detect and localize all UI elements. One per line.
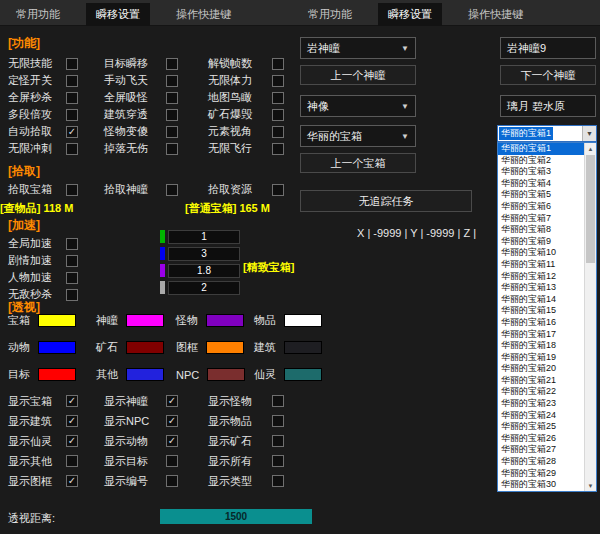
chest-type-combo[interactable]: 华丽的宝箱 ▼ [300, 125, 416, 147]
esp-color-swatch[interactable] [284, 341, 322, 354]
speed-value-input[interactable] [168, 230, 240, 244]
esp-color-swatch[interactable] [38, 314, 76, 327]
esp-color-swatch[interactable] [38, 368, 76, 381]
speed-value-input[interactable] [168, 264, 240, 278]
dropdown-option[interactable]: 华丽的宝箱4 [498, 178, 584, 190]
checkbox[interactable] [166, 455, 178, 467]
prev-chest-button[interactable]: 上一个宝箱 [300, 153, 416, 173]
esp-color-swatch[interactable] [284, 368, 322, 381]
dropdown-option[interactable]: 华丽的宝箱13 [498, 282, 584, 294]
esp-color-swatch[interactable] [38, 341, 76, 354]
checkbox[interactable] [272, 143, 284, 155]
dropdown-option[interactable]: 华丽的宝箱25 [498, 421, 584, 433]
checkbox[interactable] [272, 395, 284, 407]
dropdown-option[interactable]: 华丽的宝箱9 [498, 236, 584, 248]
dropdown-option[interactable]: 华丽的宝箱8 [498, 224, 584, 236]
checkbox[interactable] [272, 475, 284, 487]
checkbox[interactable] [166, 109, 178, 121]
esp-color-swatch[interactable] [206, 314, 244, 327]
checkbox[interactable] [166, 184, 178, 196]
checkbox[interactable] [66, 92, 78, 104]
tab[interactable]: 瞬移设置 [378, 3, 442, 26]
checkbox[interactable] [66, 184, 78, 196]
checkbox[interactable] [166, 126, 178, 138]
speed-value-input[interactable] [168, 247, 240, 261]
checkbox[interactable]: ✓ [166, 435, 178, 447]
dropdown-option[interactable]: 华丽的宝箱27 [498, 444, 584, 456]
checkbox[interactable] [66, 109, 78, 121]
dropdown-option[interactable]: 华丽的宝箱2 [498, 155, 584, 167]
checkbox[interactable] [272, 184, 284, 196]
tab[interactable]: 瞬移设置 [86, 3, 150, 26]
dropdown-option[interactable]: 华丽的宝箱23 [498, 398, 584, 410]
next-oculus-button[interactable]: 下一个神瞳 [500, 65, 596, 85]
dropdown-option[interactable]: 华丽的宝箱26 [498, 433, 584, 445]
esp-color-swatch[interactable] [126, 368, 164, 381]
checkbox[interactable]: ✓ [66, 395, 78, 407]
checkbox[interactable]: ✓ [66, 126, 78, 138]
checkbox[interactable] [66, 255, 78, 267]
distance-bar[interactable]: 1500 [160, 509, 312, 524]
dropdown-option[interactable]: 华丽的宝箱29 [498, 468, 584, 480]
dropdown-option[interactable]: 华丽的宝箱19 [498, 352, 584, 364]
checkbox[interactable]: ✓ [66, 415, 78, 427]
checkbox[interactable] [272, 435, 284, 447]
esp-color-swatch[interactable] [206, 341, 244, 354]
dropdown-option[interactable]: 华丽的宝箱3 [498, 166, 584, 178]
checkbox[interactable] [272, 126, 284, 138]
checkbox[interactable] [66, 58, 78, 70]
no-tracked-task-button[interactable]: 无追踪任务 [300, 190, 472, 212]
checkbox[interactable] [272, 455, 284, 467]
checkbox[interactable] [166, 92, 178, 104]
geoculus-current-box[interactable]: 岩神瞳9 [500, 37, 596, 59]
dropdown-option[interactable]: 华丽的宝箱5 [498, 189, 584, 201]
chest-select-combo[interactable]: 华丽的宝箱1 ▼ [497, 125, 597, 142]
checkbox[interactable] [272, 92, 284, 104]
dropdown-option[interactable]: 华丽的宝箱28 [498, 456, 584, 468]
dropdown-option[interactable]: 华丽的宝箱24 [498, 410, 584, 422]
chevron-down-icon[interactable]: ▼ [582, 126, 596, 141]
checkbox[interactable]: ✓ [166, 415, 178, 427]
checkbox[interactable] [66, 143, 78, 155]
dropdown-option[interactable]: 华丽的宝箱17 [498, 329, 584, 341]
checkbox[interactable] [66, 272, 78, 284]
dropdown-option[interactable]: 华丽的宝箱20 [498, 363, 584, 375]
dropdown-option[interactable]: 华丽的宝箱21 [498, 375, 584, 387]
dropdown-option[interactable]: 华丽的宝箱10 [498, 247, 584, 259]
dropdown-option[interactable]: 华丽的宝箱1 [498, 143, 584, 155]
checkbox[interactable] [66, 289, 78, 301]
geoculus-combo[interactable]: 岩神瞳 ▼ [300, 37, 416, 59]
esp-color-swatch[interactable] [126, 341, 164, 354]
tab[interactable]: 操作快捷键 [166, 3, 241, 26]
prev-oculus-button[interactable]: 上一个神瞳 [300, 65, 416, 85]
dropdown-option[interactable]: 华丽的宝箱15 [498, 305, 584, 317]
dropdown-option[interactable]: 华丽的宝箱11 [498, 259, 584, 271]
checkbox[interactable] [272, 75, 284, 87]
dropdown-option[interactable]: 华丽的宝箱14 [498, 294, 584, 306]
dropdown-option[interactable]: 华丽的宝箱6 [498, 201, 584, 213]
checkbox[interactable] [166, 58, 178, 70]
checkbox[interactable]: ✓ [66, 435, 78, 447]
checkbox[interactable] [272, 415, 284, 427]
checkbox[interactable] [66, 238, 78, 250]
speed-value-input[interactable] [168, 281, 240, 295]
esp-color-swatch[interactable] [284, 314, 322, 327]
tab[interactable]: 常用功能 [6, 3, 70, 26]
dropdown-option[interactable]: 华丽的宝箱12 [498, 271, 584, 283]
checkbox[interactable] [66, 75, 78, 87]
dropdown-option[interactable]: 华丽的宝箱30 [498, 479, 584, 491]
esp-color-swatch[interactable] [126, 314, 164, 327]
scroll-up-icon[interactable]: ▲ [585, 143, 596, 154]
dropdown-option[interactable]: 华丽的宝箱18 [498, 340, 584, 352]
checkbox[interactable] [272, 58, 284, 70]
dropdown-option[interactable]: 华丽的宝箱16 [498, 317, 584, 329]
scroll-down-icon[interactable]: ▼ [585, 480, 596, 491]
tab[interactable]: 操作快捷键 [458, 3, 533, 26]
dropdown-option[interactable]: 华丽的宝箱7 [498, 213, 584, 225]
checkbox[interactable]: ✓ [66, 475, 78, 487]
dropdown-option[interactable]: 华丽的宝箱22 [498, 386, 584, 398]
checkbox[interactable] [166, 75, 178, 87]
checkbox[interactable] [166, 143, 178, 155]
checkbox[interactable] [66, 455, 78, 467]
checkbox[interactable] [166, 475, 178, 487]
